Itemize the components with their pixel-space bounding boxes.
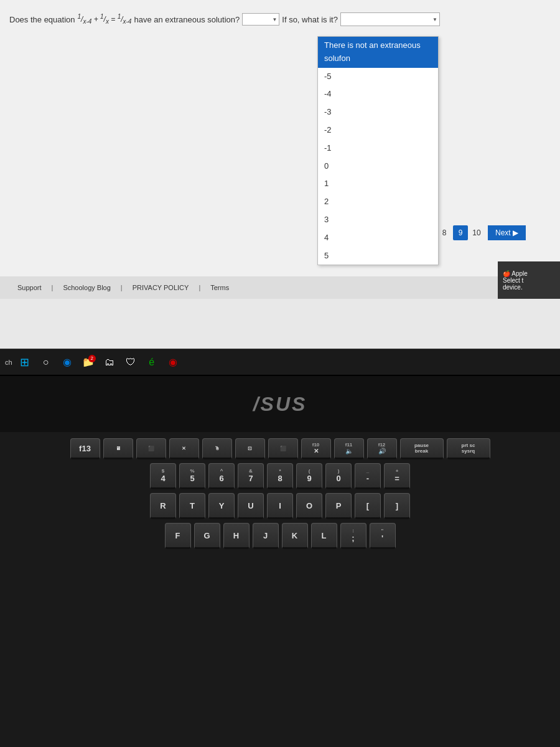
qwerty-row: R T Y U I O P [ ] <box>150 493 410 519</box>
option-neg5[interactable]: -5 <box>318 68 438 86</box>
key-pause-break[interactable]: pausebreak <box>400 438 444 459</box>
apple-line1: 🍎 Apple <box>503 270 555 277</box>
fn-key-row: f13 🖥 ⬛ ✕ 🖱 ⊡ ⬛ f10✕ f11🔈 f12🔊 pausebrea… <box>70 438 490 459</box>
search-icon[interactable]: ○ <box>37 354 55 371</box>
option-4[interactable]: 4 <box>318 229 438 247</box>
key-minus[interactable]: _- <box>355 463 381 489</box>
question-area: Does the equation 1/x-4 + 1/x = 1/x-4 ha… <box>0 0 560 299</box>
option-5[interactable]: 5 <box>318 247 438 265</box>
key-f19[interactable]: ⬛ <box>268 438 298 459</box>
option-neg3[interactable]: -3 <box>318 103 438 121</box>
question-mid: have an extraneous solution? <box>134 15 240 24</box>
key-7[interactable]: &7 <box>238 463 264 489</box>
folder-icon[interactable]: 🗂 <box>101 354 118 371</box>
key-j[interactable]: J <box>253 523 279 549</box>
page-8[interactable]: 8 <box>437 225 452 240</box>
key-f12[interactable]: f12🔊 <box>367 438 397 459</box>
key-prt-sc[interactable]: prt scsysrq <box>447 438 490 459</box>
next-button[interactable]: Next ▶ <box>488 225 526 240</box>
asdf-row: F G H J K L :; "' <box>165 523 396 549</box>
footer-privacy[interactable]: PRIVACY POLICY <box>133 284 189 291</box>
answer-input-wrapper[interactable]: ▼ <box>340 12 440 26</box>
option-0[interactable]: 0 <box>318 157 438 176</box>
key-l[interactable]: L <box>311 523 337 549</box>
key-f16[interactable]: ✕ <box>169 438 199 459</box>
answer-dropdown-list[interactable]: There is not an extraneous solufon -5 -4… <box>317 36 439 265</box>
key-t[interactable]: T <box>179 493 205 519</box>
key-lbracket[interactable]: [ <box>355 493 381 519</box>
num-key-row: $4 %5 ^6 &7 *8 (9 )0 _- += <box>150 463 410 489</box>
footer-support[interactable]: Support <box>17 284 42 291</box>
key-f13[interactable]: f13 <box>70 438 100 459</box>
apple-line2: Select t <box>503 277 555 284</box>
windows-icon[interactable]: ⊞ <box>16 354 34 371</box>
footer-blog[interactable]: Schoology Blog <box>63 284 110 291</box>
yes-no-dropdown-wrapper[interactable]: Yes No <box>242 13 279 26</box>
sep2: | <box>121 284 123 291</box>
key-f18[interactable]: ⊡ <box>235 438 265 459</box>
if-so-label: If so, what is it? <box>282 15 338 24</box>
key-equals[interactable]: += <box>384 463 410 489</box>
key-f14[interactable]: 🖥 <box>103 438 133 459</box>
option-3[interactable]: 3 <box>318 211 438 229</box>
key-semicolon[interactable]: :; <box>340 523 366 549</box>
key-5[interactable]: %5 <box>179 463 205 489</box>
chrome-icon[interactable]: ◉ <box>164 354 182 371</box>
key-f11[interactable]: f11🔈 <box>334 438 364 459</box>
key-9[interactable]: (9 <box>296 463 322 489</box>
key-i[interactable]: I <box>267 493 293 519</box>
page-10[interactable]: 10 <box>469 225 484 240</box>
taskbar-search-label: ch <box>5 359 12 366</box>
key-f15[interactable]: ⬛ <box>136 438 166 459</box>
key-4[interactable]: $4 <box>150 463 176 489</box>
footer-links: Support | Schoology Blog | PRIVACY POLIC… <box>0 276 560 299</box>
sep3: | <box>198 284 200 291</box>
option-neg2[interactable]: -2 <box>318 121 438 139</box>
answer-dropdown-arrow[interactable]: ▼ <box>432 17 437 22</box>
key-y[interactable]: Y <box>208 493 235 519</box>
page-9[interactable]: 9 <box>453 225 468 240</box>
asus-logo: /SUS <box>253 393 307 416</box>
key-quote[interactable]: "' <box>370 523 396 549</box>
option-neg4[interactable]: -4 <box>318 85 438 103</box>
key-k[interactable]: K <box>282 523 308 549</box>
key-o[interactable]: O <box>296 493 322 519</box>
key-u[interactable]: U <box>238 493 264 519</box>
key-h[interactable]: H <box>223 523 250 549</box>
key-f17[interactable]: 🖱 <box>202 438 232 459</box>
key-6[interactable]: ^6 <box>208 463 235 489</box>
key-0[interactable]: )0 <box>325 463 352 489</box>
key-r[interactable]: R <box>150 493 176 519</box>
keyboard-area: f13 🖥 ⬛ ✕ 🖱 ⊡ ⬛ f10✕ f11🔈 f12🔊 pausebrea… <box>0 432 560 747</box>
edge-icon[interactable]: ◉ <box>58 354 76 371</box>
answer-input-display[interactable] <box>340 12 440 26</box>
asus-area: /SUS <box>0 376 560 432</box>
browser-icon[interactable]: é <box>143 354 161 371</box>
option-2[interactable]: 2 <box>318 193 438 211</box>
apple-line3: device. <box>503 284 555 291</box>
key-p[interactable]: P <box>325 493 352 519</box>
apple-badge[interactable]: 🍎 Apple Select t device. <box>498 261 560 299</box>
equation: 1/x-4 + 1/x = 1/x-4 <box>78 13 132 25</box>
question-text: Does the equation 1/x-4 + 1/x = 1/x-4 ha… <box>9 12 551 26</box>
shield-icon[interactable]: 🛡 <box>122 354 139 371</box>
key-rbracket[interactable]: ] <box>384 493 410 519</box>
question-prefix: Does the equation <box>9 15 75 24</box>
key-f10[interactable]: f10✕ <box>301 438 331 459</box>
taskbar: ch ⊞ ○ ◉ 📁 2 🗂 🛡 é ◉ <box>0 349 560 376</box>
key-8[interactable]: *8 <box>267 463 293 489</box>
option-no-extraneous[interactable]: There is not an extraneous solufon <box>318 37 438 68</box>
key-f[interactable]: F <box>165 523 191 549</box>
key-g[interactable]: G <box>194 523 220 549</box>
footer-terms[interactable]: Terms <box>210 284 229 291</box>
option-neg1[interactable]: -1 <box>318 139 438 157</box>
screen: Does the equation 1/x-4 + 1/x = 1/x-4 ha… <box>0 0 560 349</box>
sep1: | <box>52 284 54 291</box>
option-1[interactable]: 1 <box>318 175 438 193</box>
yes-no-dropdown[interactable]: Yes No <box>242 13 279 26</box>
notification-icon[interactable]: 📁 2 <box>80 354 97 371</box>
